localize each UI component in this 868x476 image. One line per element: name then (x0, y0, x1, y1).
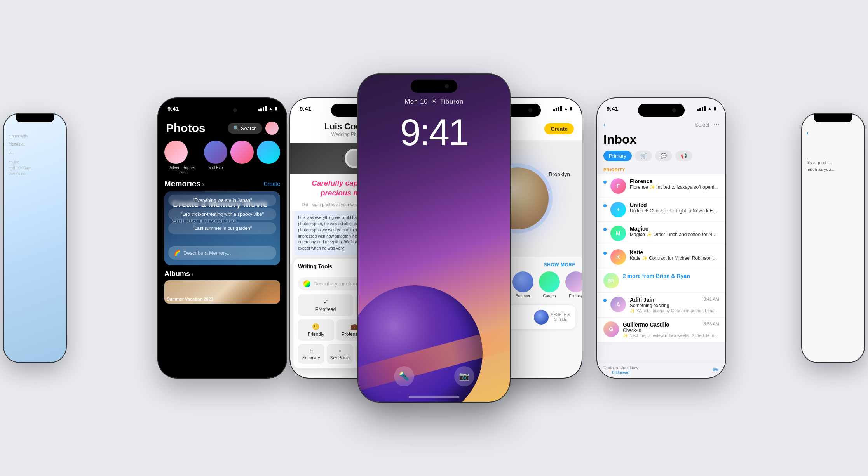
people-style-label: PEOPLE & STYLE (551, 313, 570, 322)
wifi-icon-photos: ▲ (268, 106, 273, 111)
torch-button[interactable]: 🔦 (394, 366, 414, 386)
phone-photos: 9:41 ▲ ▮ Photos 🔍 Search (158, 98, 286, 378)
unread-count: 6 Unread (603, 370, 638, 375)
albums-chevron: › (192, 271, 193, 277)
lockscreen-weather-icon: ☀ (431, 97, 437, 106)
phone-center: Mon 10 ☀ Tiburon 9:41 🔦 📷 (358, 74, 510, 402)
sender-brian-ryan: 2 more from Brian & Ryan (623, 273, 719, 279)
camera-button[interactable]: 📷 (454, 366, 474, 386)
updated-text: Updated Just Now (603, 365, 638, 370)
mail-item-guillermo[interactable]: G Guillermo Castillo 8:58 AM Check-in ✨ … (597, 318, 725, 342)
time-guillermo: 8:58 AM (704, 321, 719, 328)
albums-label: Albums (164, 270, 190, 278)
memory-card[interactable]: Create a Memory Movie WITH JUST A DESCRI… (164, 191, 280, 265)
torch-icon: 🔦 (399, 371, 409, 381)
sender-aditi: Aditi Jain 9:41 AM (630, 297, 719, 303)
mail-item-brian-ryan[interactable]: BR 2 more from Brian & Ryan (597, 269, 725, 293)
mail-item-katie[interactable]: K Katie Katie ✨ Contract for Michael Rob… (597, 245, 725, 269)
far-right-screen: ‹ It's a good t... much as you... (802, 114, 864, 362)
key-points-label: Key Points (330, 355, 350, 360)
avatar-guillermo: G (603, 321, 619, 337)
subject-magico: Magico ✨ Order lunch and coffee for Neet… (630, 232, 719, 237)
photos-search-button[interactable]: 🔍 Search (228, 123, 262, 134)
unread-dot-florence (603, 181, 607, 184)
mail-select-button[interactable]: Select (695, 122, 709, 128)
unread-dot-magico (603, 228, 607, 231)
sender-united: United (630, 202, 719, 208)
person-avatar-aileen (164, 141, 188, 164)
tab-shopping[interactable]: 🛒 (635, 151, 652, 161)
dynamic-island-mail (638, 104, 685, 117)
memory-quotes: "Everything we ate in Japan" "Leo trick-… (168, 195, 276, 234)
search-label-photos: Search (241, 125, 257, 131)
lockscreen-bg: Mon 10 ☀ Tiburon 9:41 🔦 📷 (358, 74, 510, 402)
person-avatar-evo (257, 141, 280, 164)
camera-dot-photos (233, 108, 237, 112)
lockscreen-status: Mon 10 ☀ Tiburon (358, 97, 510, 106)
far-left-screen: dinner with friends at 8... on the and 1… (4, 114, 66, 362)
summer-avatar (512, 271, 533, 292)
tab-primary[interactable]: Primary (603, 151, 632, 161)
proofread-label: Proofread (315, 307, 336, 312)
suggestion-garden[interactable]: Garden (539, 271, 560, 298)
photos-person-evo: and Evo (204, 141, 227, 174)
sender-florence: Florence (630, 178, 719, 184)
tab-messages[interactable]: 💬 (655, 151, 672, 161)
phone-mail: 9:41 ▲ ▮ ‹ Select ••• Inbox Primary 🛒 💬 (597, 98, 725, 378)
photos-avatar[interactable] (265, 122, 279, 135)
key-points-button[interactable]: • Key Points (327, 344, 353, 364)
compose-button[interactable]: ✏ (713, 365, 719, 375)
memories-header: Memories › Create (158, 174, 286, 191)
subject-katie: Katie ✨ Contract for Michael Robinson's … (630, 255, 719, 261)
summer-name: Summer (512, 294, 533, 298)
tab-notifications[interactable]: 📢 (675, 151, 692, 161)
person-name-aileen: Aileen, Sophie, Ryan, (164, 165, 201, 174)
far-left-text: dinner with friends at 8... on the and 1… (9, 133, 61, 177)
far-left-content: dinner with friends at 8... on the and 1… (4, 114, 66, 181)
mail-content-aditi: Aditi Jain 9:41 AM Something exciting ✨ … (630, 297, 719, 313)
mail-content-guillermo: Guillermo Castillo 8:58 AM Check-in ✨ Ne… (623, 321, 719, 338)
mail-content-magico: Magico Magico ✨ Order lunch and coffee f… (630, 226, 719, 237)
fantasy-avatar (565, 271, 582, 292)
subject-aditi: Something exciting (630, 303, 719, 308)
unread-dot-aditi (603, 299, 607, 302)
garden-name: Garden (539, 294, 560, 298)
playground-create-button[interactable]: Create (544, 123, 574, 134)
mail-back-button[interactable]: ‹ (603, 122, 605, 128)
friendly-label: Friendly (308, 332, 324, 337)
friendly-icon: 🙂 (300, 323, 332, 330)
album-label: Summer Vacation 2023 (167, 297, 213, 301)
avatar-aditi: A (610, 297, 626, 312)
suggestion-summer[interactable]: Summer (512, 271, 533, 298)
friendly-button[interactable]: 🙂 Friendly (298, 319, 334, 341)
lockscreen-date: Mon 10 (404, 98, 428, 106)
far-right-back[interactable]: ‹ (807, 129, 859, 136)
summary-button[interactable]: ≡ Summary (298, 344, 324, 364)
mail-item-florence[interactable]: F Florence Florence ✨ Invited to izakaya… (597, 174, 725, 198)
mail-more-button[interactable]: ••• (714, 122, 719, 128)
inbox-title: Inbox (597, 132, 725, 151)
phone-far-right: ‹ It's a good t... much as you... (802, 114, 864, 362)
show-more-button[interactable]: SHOW MORE (544, 262, 575, 268)
lockscreen-location: Tiburon (440, 98, 464, 106)
photos-person-aileen: Aileen, Sophie, Ryan, (164, 141, 201, 174)
mail-item-aditi[interactable]: A Aditi Jain 9:41 AM Something exciting … (597, 293, 725, 318)
signal-icon-mail (697, 106, 706, 111)
camera-icon: 📷 (459, 371, 469, 381)
proofread-button[interactable]: ✓ Proofread (298, 294, 353, 316)
phone-far-left: dinner with friends at 8... on the and 1… (4, 114, 66, 362)
mail-item-united[interactable]: ✈ United United ✈ Check-in for flight to… (597, 198, 725, 222)
photos-create-button[interactable]: Create (264, 181, 280, 187)
suggestion-fantasy[interactable]: Fantasy (565, 271, 582, 298)
avatar-united: ✈ (610, 202, 626, 217)
garden-avatar (539, 271, 560, 292)
mail-footer-status: Updated Just Now 6 Unread (603, 365, 638, 375)
album-preview[interactable]: Summer Vacation 2023 (164, 280, 280, 304)
mail-screen: 9:41 ▲ ▮ ‹ Select ••• Inbox Primary 🛒 💬 (597, 98, 725, 378)
memory-describe-bar[interactable]: 🌈 Describe a Memory... (168, 246, 276, 260)
memories-title: Memories › (164, 179, 204, 188)
status-time-mail: 9:41 (607, 105, 618, 112)
notch-far-left (16, 114, 54, 122)
mail-item-magico[interactable]: M Magico Magico ✨ Order lunch and coffee… (597, 222, 725, 245)
mail-actions: Select ••• (695, 122, 719, 128)
